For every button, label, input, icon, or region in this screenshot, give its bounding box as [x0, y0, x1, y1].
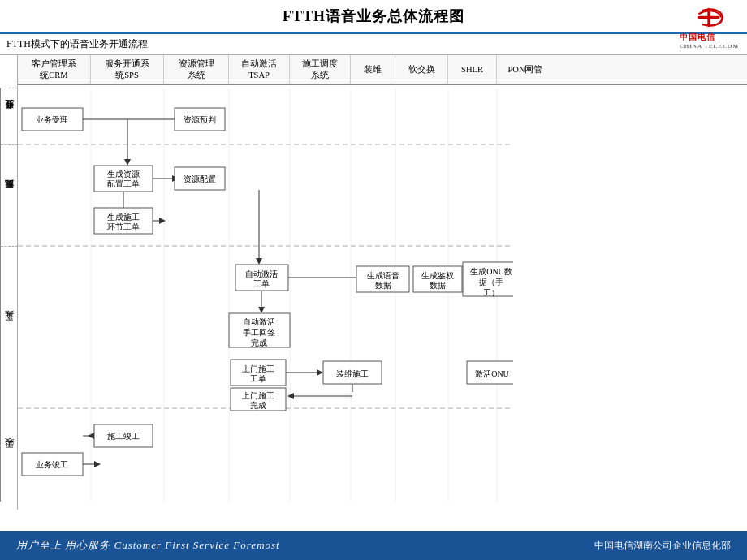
svg-text:环节工单: 环节工单	[107, 222, 140, 231]
svg-text:自动激活: 自动激活	[243, 317, 275, 326]
svg-text:完成: 完成	[251, 338, 267, 347]
diagram-container: 客户管理系统CRM 服务开通系统SPS 资源管理系统 自动激活TSAP 施工调度…	[0, 55, 747, 510]
svg-rect-22	[94, 166, 153, 192]
svg-text:业务竣工: 业务竣工	[36, 460, 68, 469]
svg-rect-54	[356, 266, 409, 292]
lane-label-construction: 施工	[1, 246, 18, 408]
footer-department: 中国电信湖南公司企业信息化部	[594, 539, 731, 553]
svg-text:资源配置: 资源配置	[184, 174, 216, 183]
svg-marker-17	[205, 116, 211, 123]
svg-rect-50	[323, 361, 382, 384]
svg-text:资源预判: 资源预判	[184, 115, 216, 124]
logo-text: 中国电信 CHINA TELECOM	[680, 32, 739, 50]
page-header: FTTH语音业务总体流程图 中国电信 CHINA TELECOM	[0, 0, 747, 34]
svg-marker-40	[258, 307, 265, 313]
svg-text:工单: 工单	[253, 279, 270, 288]
svg-rect-45	[231, 360, 286, 386]
page-title: FTTH语音业务总体流程图	[283, 6, 464, 26]
swim-lane-labels: 业务受理 资源配置 施工 竣工	[0, 88, 18, 502]
svg-text:生成施工: 生成施工	[107, 213, 140, 222]
col-header-pon: PON网管	[497, 55, 554, 84]
col-header-resource: 资源管理系统	[164, 55, 229, 84]
col-header-tsap: 自动激活TSAP	[229, 55, 290, 84]
china-telecom-logo-icon	[689, 3, 729, 32]
svg-rect-27	[175, 167, 225, 190]
svg-text:数据: 数据	[430, 281, 446, 290]
column-headers: 客户管理系统CRM 服务开通系统SPS 资源管理系统 自动激活TSAP 施工调度…	[18, 55, 747, 85]
svg-marker-21	[124, 159, 131, 166]
diagram-subtitle: FTTH模式下的语音业务开通流程	[0, 34, 747, 55]
svg-text:生成鉴权: 生成鉴权	[421, 271, 454, 280]
svg-rect-64	[467, 361, 513, 384]
col-header-sps: 服务开通系统SPS	[91, 55, 164, 84]
svg-rect-60	[463, 262, 513, 296]
lane-label-business-acceptance: 业务受理	[1, 88, 18, 144]
diagram-body: 客户管理系统CRM 服务开通系统SPS 资源管理系统 自动激活TSAP 施工调度…	[18, 55, 747, 510]
svg-rect-29	[94, 208, 153, 234]
svg-text:业务受理: 业务受理	[36, 115, 68, 124]
svg-marker-75	[88, 433, 94, 439]
svg-rect-2	[698, 16, 720, 19]
footer-tagline: 用户至上 用心服务 Customer First Service Foremos…	[16, 538, 280, 553]
svg-rect-18	[175, 108, 225, 131]
svg-text:配置工单: 配置工单	[107, 179, 140, 188]
svg-text:上门施工: 上门施工	[242, 364, 274, 373]
col-header-shlr: SHLR	[448, 55, 497, 84]
svg-text:生成语音: 生成语音	[367, 271, 399, 280]
col-header-crm: 客户管理系统CRM	[18, 55, 91, 84]
svg-text:生成资源: 生成资源	[107, 170, 140, 179]
svg-text:手工回签: 手工回签	[243, 328, 275, 337]
col-header-softswitch: 软交换	[395, 55, 448, 84]
svg-marker-33	[159, 218, 166, 224]
svg-text:施工竣工: 施工竣工	[107, 432, 140, 441]
footer: 用户至上 用心服务 Customer First Service Foremos…	[0, 531, 747, 560]
process-diagram-svg: 业务受理 资源预判 生成资源 配置工单 资源配置 生成施工 环	[18, 88, 513, 502]
col-header-dispatch: 施工调度系统	[290, 55, 351, 84]
svg-rect-57	[413, 266, 462, 292]
col-header-install: 装维	[351, 55, 395, 84]
svg-rect-41	[229, 313, 290, 347]
svg-rect-72	[94, 424, 153, 447]
svg-text:激活ONU: 激活ONU	[475, 369, 509, 378]
svg-marker-26	[172, 175, 179, 182]
svg-rect-14	[22, 108, 83, 131]
svg-rect-36	[235, 265, 288, 291]
lane-label-resource-config: 资源配置	[1, 144, 18, 246]
svg-text:生成ONU数: 生成ONU数	[470, 267, 512, 276]
svg-text:数据: 数据	[375, 281, 391, 290]
svg-marker-79	[94, 461, 101, 467]
svg-marker-71	[287, 393, 294, 399]
logo-area: 中国电信 CHINA TELECOM	[680, 3, 739, 50]
svg-text:工）: 工）	[483, 288, 499, 297]
svg-text:完成: 完成	[250, 401, 266, 410]
svg-text:自动激活: 自动激活	[245, 269, 278, 278]
svg-text:据（手: 据（手	[479, 278, 503, 286]
svg-marker-35	[256, 258, 262, 265]
svg-text:工单: 工单	[250, 374, 266, 383]
svg-text:上门施工: 上门施工	[242, 391, 274, 400]
svg-rect-76	[22, 453, 83, 476]
svg-text:装维施工: 装维施工	[336, 369, 369, 378]
lane-label-completion: 竣工	[1, 408, 18, 502]
svg-rect-66	[231, 388, 286, 411]
svg-marker-53	[369, 274, 376, 281]
svg-marker-49	[317, 369, 323, 376]
